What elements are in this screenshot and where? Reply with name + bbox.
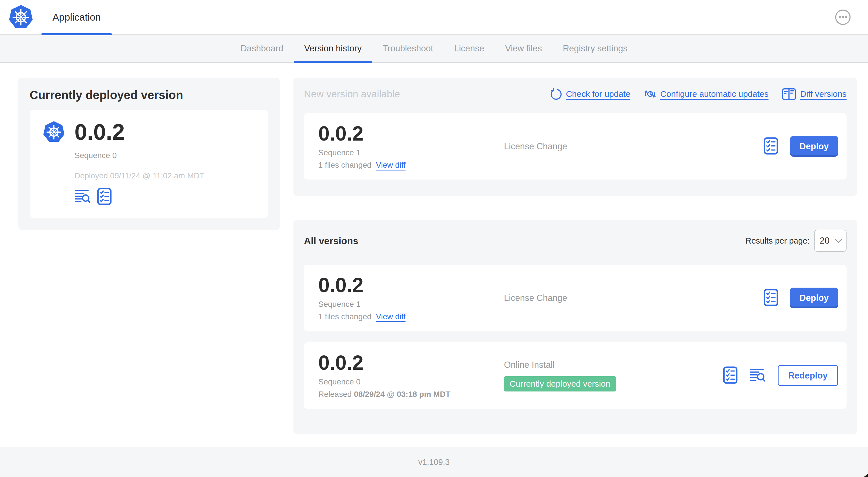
tab-troubleshoot[interactable]: Troubleshoot <box>372 35 443 62</box>
app-tab-application[interactable]: Application <box>41 0 112 35</box>
deploy-button[interactable]: Deploy <box>790 136 838 157</box>
kubernetes-logo <box>8 4 34 30</box>
version-row: 0.0.2 Sequence 0 Released08/29/24 @ 03:1… <box>304 342 846 409</box>
results-per-page-value: 20 <box>820 236 829 246</box>
main-content: Currently deployed version 0.0.2 Sequenc… <box>0 63 868 447</box>
refresh-icon <box>550 88 562 100</box>
deploy-button[interactable]: Deploy <box>790 288 838 308</box>
diff-versions-link[interactable]: Diff versions <box>782 88 846 100</box>
overflow-menu-button[interactable] <box>835 9 851 25</box>
preflight-checks-icon[interactable] <box>97 188 112 206</box>
results-per-page-label: Results per page: <box>746 236 810 245</box>
files-changed-label: 1 files changed <box>318 312 371 321</box>
deploy-logs-icon[interactable] <box>749 368 766 383</box>
version-source-label: Online Install <box>504 360 723 370</box>
all-versions-panel: All versions Results per page: 20 <box>293 219 857 434</box>
version-source-label: License Change <box>504 293 764 303</box>
currently-deployed-card: 0.0.2 Sequence 0 Deployed 09/11/24 @ 11:… <box>30 110 268 218</box>
currently-deployed-title: Currently deployed version <box>30 88 268 102</box>
app-header: Application <box>0 0 868 35</box>
diff-icon <box>782 88 796 100</box>
right-column: New version available Check for update <box>293 78 857 434</box>
all-versions-title: All versions <box>304 235 359 246</box>
redeploy-button[interactable]: Redeploy <box>778 365 838 386</box>
check-for-update-link[interactable]: Check for update <box>550 88 630 100</box>
sequence-label: Sequence 1 <box>318 148 504 157</box>
tab-view-files[interactable]: View files <box>495 35 552 62</box>
new-version-title: New version available <box>304 88 400 100</box>
console-version-label: v1.109.3 <box>418 457 450 467</box>
deployed-version-label: 0.0.2 <box>74 121 125 143</box>
preflight-checks-icon[interactable] <box>764 289 778 307</box>
version-label: 0.0.2 <box>318 353 504 373</box>
sequence-label: Sequence 1 <box>318 300 504 309</box>
tab-dashboard[interactable]: Dashboard <box>230 35 294 62</box>
version-source-label: License Change <box>504 141 764 152</box>
deployed-timestamp: Deployed 09/11/24 @ 11:02 am MDT <box>74 171 256 180</box>
released-label: Released <box>318 390 351 398</box>
version-label: 0.0.2 <box>318 123 504 144</box>
tab-version-history[interactable]: Version history <box>294 35 372 62</box>
tab-registry-settings[interactable]: Registry settings <box>552 35 638 62</box>
active-tab-underline <box>41 33 112 35</box>
released-timestamp: 08/29/24 @ 03:18 pm MDT <box>354 390 451 398</box>
app-footer: v1.109.3 <box>0 447 868 477</box>
app-title: Application <box>53 11 101 23</box>
app-sub-nav: Dashboard Version history Troubleshoot L… <box>0 35 868 63</box>
app-icon <box>42 121 65 144</box>
preflight-checks-icon[interactable] <box>764 137 778 155</box>
new-version-panel: New version available Check for update <box>293 78 857 196</box>
view-diff-link[interactable]: View diff <box>376 160 405 170</box>
version-row: 0.0.2 Sequence 1 1 files changed View di… <box>304 265 846 331</box>
currently-deployed-panel: Currently deployed version 0.0.2 Sequenc… <box>18 78 280 230</box>
page: Application Dashboard Version history Tr… <box>0 0 868 477</box>
results-per-page-select[interactable]: 20 <box>814 230 846 252</box>
auto-update-schedule-icon <box>644 88 656 100</box>
tab-license[interactable]: License <box>443 35 495 62</box>
deploy-logs-icon[interactable] <box>74 190 91 204</box>
sequence-label: Sequence 0 <box>318 377 504 386</box>
configure-automatic-updates-link[interactable]: Configure automatic updates <box>644 88 769 100</box>
view-diff-link[interactable]: View diff <box>376 312 405 321</box>
ellipsis-circle-icon <box>835 9 851 25</box>
version-label: 0.0.2 <box>318 275 504 295</box>
currently-deployed-badge: Currently deployed version <box>504 376 616 391</box>
cursor-artifact <box>864 473 868 477</box>
chevron-down-icon <box>835 239 842 243</box>
preflight-checks-icon[interactable] <box>723 366 738 385</box>
files-changed-label: 1 files changed <box>318 160 371 170</box>
deployed-sequence-label: Sequence 0 <box>74 151 256 160</box>
new-version-row: 0.0.2 Sequence 1 1 files changed View di… <box>304 113 846 180</box>
